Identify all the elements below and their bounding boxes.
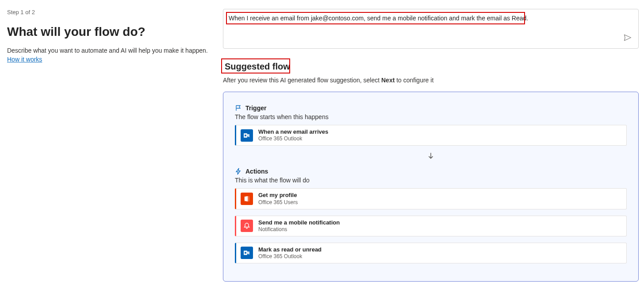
page-title: What will your flow do? <box>7 24 212 39</box>
prompt-box[interactable] <box>223 9 639 49</box>
outlook-icon <box>241 247 253 259</box>
prompt-input[interactable] <box>229 15 612 29</box>
action-card[interactable]: Send me a mobile notificationNotificatio… <box>235 216 627 236</box>
bell-icon <box>241 220 253 232</box>
action-card[interactable]: Get my profileOffice 365 Users <box>235 188 627 209</box>
action-card-title: Mark as read or unread <box>258 246 322 253</box>
lightning-icon <box>235 168 242 175</box>
how-it-works-link[interactable]: How it works <box>7 56 42 63</box>
actions-section-sub: This is what the flow will do <box>235 177 627 184</box>
send-button[interactable] <box>621 31 634 44</box>
action-card-title: Send me a mobile notification <box>258 219 340 226</box>
action-card-title: Get my profile <box>258 192 298 199</box>
trigger-section-label: Trigger <box>245 104 266 112</box>
trigger-card-connector: Office 365 Outlook <box>258 135 328 142</box>
page-subtitle: Describe what you want to automate and A… <box>7 46 212 55</box>
suggested-sub-bold: Next <box>381 77 395 84</box>
suggested-flow-heading: Suggested flow <box>223 61 292 72</box>
actions-section-header: Actions <box>235 168 627 175</box>
right-panel: Suggested flow After you review this AI … <box>219 9 639 282</box>
suggested-sub-pre: After you review this AI generated flow … <box>223 77 381 84</box>
action-card-connector: Office 365 Outlook <box>258 253 322 260</box>
trigger-card[interactable]: When a new email arrives Office 365 Outl… <box>235 125 627 146</box>
action-card-connector: Office 365 Users <box>258 199 298 206</box>
office-icon <box>241 193 253 205</box>
flow-arrow <box>235 152 627 160</box>
trigger-card-title: When a new email arrives <box>258 128 328 135</box>
actions-section-label: Actions <box>245 168 268 175</box>
arrow-down-icon <box>427 152 435 160</box>
action-card[interactable]: Mark as read or unreadOffice 365 Outlook <box>235 243 627 263</box>
suggested-sub-post: to configure it <box>395 77 433 84</box>
send-icon <box>623 33 632 42</box>
action-card-connector: Notifications <box>258 226 340 233</box>
outlook-icon <box>241 129 253 142</box>
trigger-section-header: Trigger <box>235 104 627 112</box>
trigger-section-sub: The flow starts when this happens <box>235 113 627 120</box>
suggested-flow-subtext: After you review this AI generated flow … <box>223 77 639 84</box>
flow-canvas: Trigger The flow starts when this happen… <box>223 92 639 282</box>
left-panel: Step 1 of 2 What will your flow do? Desc… <box>7 9 219 282</box>
step-indicator: Step 1 of 2 <box>7 9 212 15</box>
flag-icon <box>235 104 242 112</box>
